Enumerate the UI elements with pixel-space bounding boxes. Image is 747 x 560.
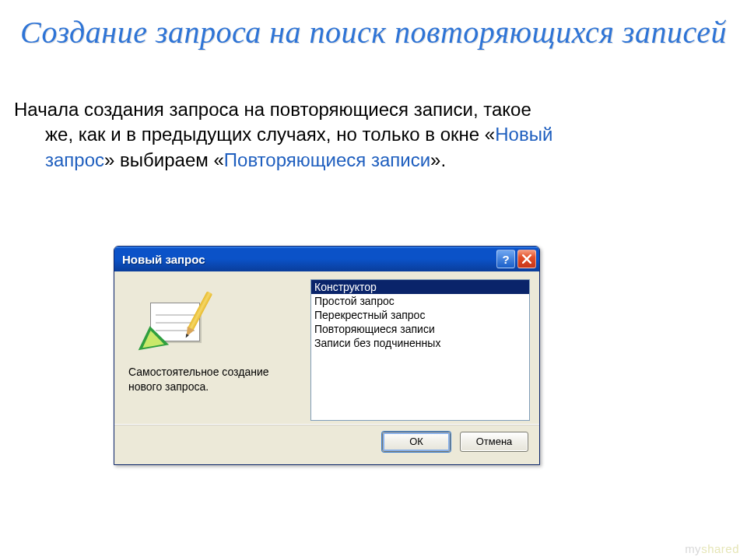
listbox-option[interactable]: Простой запрос — [311, 294, 529, 308]
text-line: Начала создания запроса на повторяющиеся… — [14, 99, 531, 120]
help-icon: ? — [502, 253, 509, 266]
listbox-option[interactable]: Повторяющиеся записи — [311, 322, 529, 336]
text-line: » выбираем « — [104, 149, 224, 170]
text-line: же, как и в предыдущих случаях, но тольк… — [45, 124, 495, 145]
new-query-dialog: Новый запрос ? Самостоятельное создание … — [114, 246, 540, 465]
help-button[interactable]: ? — [496, 250, 515, 268]
watermark: myshared — [685, 542, 739, 555]
dialog-title: Новый запрос — [122, 253, 494, 266]
dialog-titlebar[interactable]: Новый запрос ? — [114, 247, 539, 271]
wizard-icon — [136, 295, 206, 351]
text-line: ». — [430, 149, 446, 170]
listbox-option[interactable]: Перекрестный запрос — [311, 308, 529, 322]
query-type-listbox[interactable]: КонструкторПростой запросПерекрестный за… — [310, 279, 530, 421]
highlight-text: Новый — [495, 124, 552, 145]
ok-button[interactable]: ОК — [382, 432, 451, 452]
slide-body-text: Начала создания запроса на повторяющиеся… — [14, 97, 739, 173]
close-button[interactable] — [517, 250, 536, 268]
watermark-part: shared — [701, 542, 739, 555]
close-icon — [522, 254, 531, 264]
listbox-option[interactable]: Записи без подчиненных — [311, 336, 529, 350]
watermark-part: my — [685, 542, 701, 555]
highlight-text: Повторяющиеся записи — [224, 149, 430, 170]
slide-title: Создание запроса на поиск повторяющихся … — [0, 14, 747, 51]
listbox-option[interactable]: Конструктор — [311, 280, 529, 294]
highlight-text: запрос — [45, 149, 104, 170]
wizard-description: Самостоятельное создание нового запроса. — [128, 365, 301, 394]
cancel-button[interactable]: Отмена — [460, 432, 528, 452]
